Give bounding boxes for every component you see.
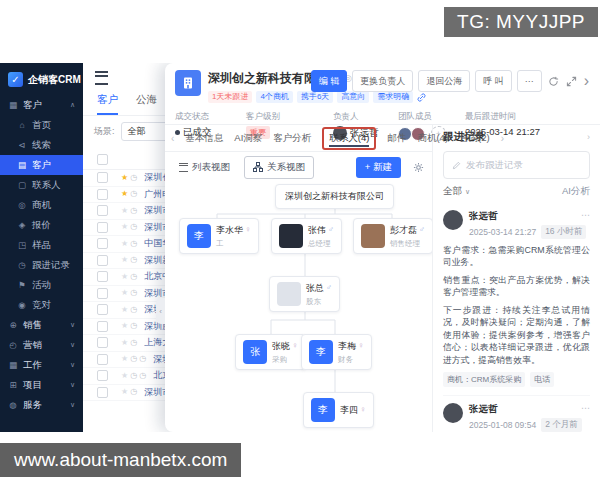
sidebar-group-sales[interactable]: ⊕ 销售 ∨: [0, 315, 83, 335]
sidebar-item-contacts[interactable]: ▢ 联系人: [0, 175, 83, 195]
star-icon[interactable]: ★: [121, 256, 128, 264]
tab-opportunities[interactable]: 商机(4): [417, 132, 448, 145]
row-checkbox[interactable]: [97, 337, 108, 348]
tab-ai-insight[interactable]: AI洞察: [234, 132, 262, 145]
edit-button[interactable]: 编 辑: [311, 70, 348, 92]
star-icon[interactable]: ★: [121, 207, 128, 215]
row-checkbox[interactable]: [97, 205, 108, 216]
org-node-contact[interactable]: 李 李梅♀财务: [301, 334, 372, 370]
clock-icon: ◷: [130, 306, 137, 314]
sidebar-item-followups[interactable]: ◷ 跟进记录: [0, 255, 83, 275]
org-node-contact[interactable]: 张伟♂总经理: [271, 218, 342, 254]
collapse-menu-icon[interactable]: [95, 71, 108, 85]
relation-view-button[interactable]: 关系视图: [244, 156, 314, 179]
sidebar-group-customers[interactable]: ▦ 客户 ∧: [0, 95, 83, 115]
row-checkbox[interactable]: [97, 222, 108, 233]
star-icon[interactable]: ★: [121, 372, 128, 380]
tab-customers[interactable]: 客户: [97, 93, 118, 115]
row-checkbox[interactable]: [97, 255, 108, 266]
record-ago-badge: 16 小时前: [541, 225, 586, 239]
sidebar-item-quotes[interactable]: ◈ 报价: [0, 215, 83, 235]
tabs-scroll-left-icon[interactable]: ‹: [171, 133, 174, 144]
row-checkbox[interactable]: [97, 172, 108, 183]
select-all-checkbox[interactable]: [97, 154, 108, 165]
record-more-icon[interactable]: ⋯: [581, 210, 590, 220]
sidebar-item-opportunities[interactable]: ◎ 商机: [0, 195, 83, 215]
caret-down-icon: ∨: [70, 401, 75, 409]
star-icon[interactable]: ★: [121, 174, 128, 182]
tab-public-sea[interactable]: 公海: [136, 93, 157, 115]
star-icon[interactable]: ★: [121, 388, 128, 396]
close-panel-icon[interactable]: ›: [583, 72, 590, 90]
panel-more-icon[interactable]: ›: [587, 132, 590, 142]
star-icon[interactable]: ★: [121, 322, 128, 330]
female-icon: ♀: [292, 342, 298, 350]
tab-mail[interactable]: 邮件: [387, 132, 406, 145]
row-checkbox[interactable]: [97, 387, 108, 398]
call-button[interactable]: 呼 叫: [475, 70, 512, 92]
star-icon[interactable]: ★: [121, 223, 128, 231]
record-tag[interactable]: 商机：CRM系统采购: [443, 372, 525, 387]
refresh-icon[interactable]: [547, 76, 560, 87]
star-icon[interactable]: ★: [121, 355, 128, 363]
star-icon[interactable]: ★: [121, 273, 128, 281]
more-actions-button[interactable]: ···: [517, 70, 542, 92]
org-node-contact[interactable]: 彭才磊♂销售经理: [353, 218, 432, 254]
star-icon[interactable]: ★: [121, 289, 128, 297]
sidebar-item-activities[interactable]: ⚑ 活动: [0, 275, 83, 295]
sidebar-item-label: 竞对: [32, 299, 51, 312]
filter-all-select[interactable]: 全部: [443, 185, 462, 198]
sidebar-group-projects[interactable]: ⊞ 项目 ∨: [0, 375, 83, 395]
sidebar-item-leads[interactable]: ⊲ 线索: [0, 135, 83, 155]
tab-contracts[interactable]: 合同(2): [459, 132, 490, 145]
org-node-contact[interactable]: 张 张晓♀采购: [235, 334, 306, 370]
followup-input[interactable]: 发布跟进记录: [443, 151, 590, 179]
sidebar-group-marketing[interactable]: ◴ 营销 ∨: [0, 335, 83, 355]
star-icon[interactable]: ★: [121, 240, 128, 248]
row-checkbox[interactable]: [97, 189, 108, 200]
tab-contacts[interactable]: 联系人(4): [322, 127, 376, 150]
record-more-icon[interactable]: ⋯: [581, 403, 590, 413]
star-icon[interactable]: ★: [121, 306, 128, 314]
sidebar-group-services[interactable]: ◍ 服务 ∨: [0, 395, 83, 415]
change-owner-button[interactable]: 更换负责人: [352, 70, 413, 92]
sidebar-item-samples[interactable]: ◳ 样品: [0, 235, 83, 255]
sidebar-group-work[interactable]: ▦ 工作 ∨: [0, 355, 83, 375]
settings-gear-icon[interactable]: [413, 162, 424, 173]
star-icon[interactable]: ★: [121, 190, 128, 198]
link-icon[interactable]: [417, 93, 426, 102]
org-node-contact[interactable]: 张总♂股东: [269, 276, 340, 312]
new-contact-button[interactable]: + 新建: [356, 157, 401, 178]
services-icon: ◍: [8, 400, 18, 410]
record-tag[interactable]: 电话: [530, 372, 554, 387]
row-checkbox[interactable]: [97, 304, 108, 315]
clock-icon: ◷: [130, 240, 137, 248]
sidebar-item-home[interactable]: ⌂ 首页: [0, 115, 83, 135]
record-avatar: [443, 403, 463, 423]
ai-analysis-button[interactable]: AI分析: [562, 185, 590, 198]
tag-demand: 需求明确: [373, 91, 413, 103]
sidebar-item-competitors[interactable]: ◉ 竞对: [0, 295, 83, 315]
return-to-sea-button[interactable]: 退回公海: [418, 70, 470, 92]
org-node-contact[interactable]: 李 李四♀: [303, 392, 374, 428]
row-checkbox[interactable]: [97, 370, 108, 381]
dialog-actions: 编 辑 更换负责人 退回公海 呼 叫 ··· ›: [311, 70, 590, 92]
tabs-scroll-right-icon[interactable]: ›: [501, 133, 504, 144]
sidebar-item-customers[interactable]: ▤ 客户: [0, 155, 83, 175]
followup-list[interactable]: 张远哲 2025-03-14 21:27 16 小时前 ⋯ 客户需求：急需采购C…: [433, 203, 600, 432]
collapse-dialog-handle[interactable]: ‹: [156, 298, 165, 324]
tab-customer-analysis[interactable]: 客户分析: [273, 132, 311, 145]
row-checkbox[interactable]: [97, 321, 108, 332]
expand-icon[interactable]: [565, 76, 578, 87]
star-icon[interactable]: ★: [121, 339, 128, 347]
row-checkbox[interactable]: [97, 238, 108, 249]
org-root-company[interactable]: 深圳创之新科技有限公司: [275, 184, 394, 209]
row-checkbox[interactable]: [97, 288, 108, 299]
list-view-button[interactable]: 列表视图: [173, 157, 236, 178]
contact-name: 彭才磊: [390, 224, 417, 237]
org-node-contact[interactable]: 李 李水华♀工: [179, 218, 259, 254]
row-checkbox[interactable]: [97, 354, 108, 365]
app-logo[interactable]: ✓ 企销客CRM: [0, 63, 83, 93]
tab-basic-info[interactable]: 基本信息: [185, 132, 223, 145]
row-checkbox[interactable]: [97, 271, 108, 282]
